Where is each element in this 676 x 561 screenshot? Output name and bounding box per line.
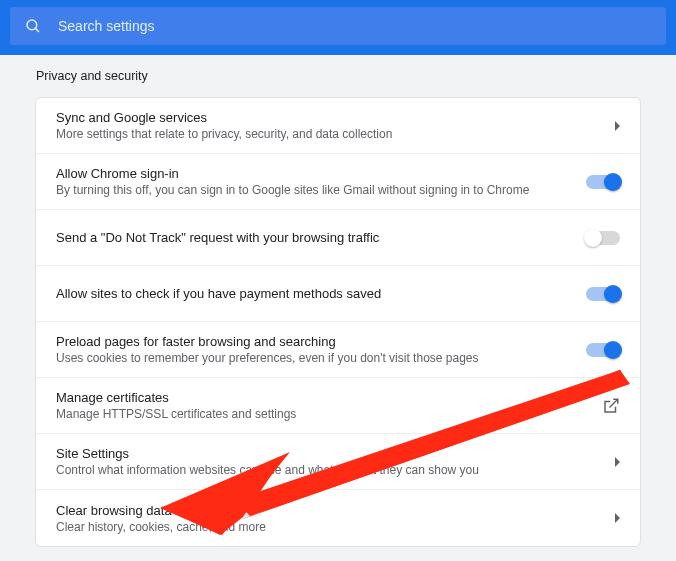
row-title: Site Settings (56, 446, 603, 461)
toggle-preload-pages[interactable] (586, 343, 620, 357)
row-preload-pages[interactable]: Preload pages for faster browsing and se… (36, 322, 640, 378)
row-title: Preload pages for faster browsing and se… (56, 334, 574, 349)
row-title: Allow sites to check if you have payment… (56, 286, 574, 301)
row-subtitle: More settings that relate to privacy, se… (56, 127, 603, 141)
row-title: Sync and Google services (56, 110, 603, 125)
section-title-privacy: Privacy and security (0, 55, 676, 97)
svg-line-1 (35, 28, 39, 32)
row-subtitle: Manage HTTPS/SSL certificates and settin… (56, 407, 590, 421)
toggle-chrome-signin[interactable] (586, 175, 620, 189)
search-input[interactable] (58, 18, 652, 34)
row-title: Send a "Do Not Track" request with your … (56, 230, 574, 245)
toggle-payment-methods[interactable] (586, 287, 620, 301)
external-link-icon (602, 397, 620, 415)
row-site-settings[interactable]: Site Settings Control what information w… (36, 434, 640, 490)
row-do-not-track[interactable]: Send a "Do Not Track" request with your … (36, 210, 640, 266)
chevron-right-icon (615, 457, 620, 467)
row-sync-google-services[interactable]: Sync and Google services More settings t… (36, 98, 640, 154)
row-payment-methods[interactable]: Allow sites to check if you have payment… (36, 266, 640, 322)
row-subtitle: Uses cookies to remember your preference… (56, 351, 574, 365)
chevron-right-icon (615, 121, 620, 131)
row-title: Allow Chrome sign-in (56, 166, 574, 181)
row-subtitle: Control what information websites can us… (56, 463, 603, 477)
search-icon (24, 17, 42, 35)
row-subtitle: By turning this off, you can sign in to … (56, 183, 574, 197)
row-manage-certificates[interactable]: Manage certificates Manage HTTPS/SSL cer… (36, 378, 640, 434)
search-bar[interactable] (10, 7, 666, 45)
toggle-do-not-track[interactable] (586, 231, 620, 245)
row-title: Manage certificates (56, 390, 590, 405)
chevron-right-icon (615, 513, 620, 523)
header (0, 0, 676, 55)
row-title: Clear browsing data (56, 503, 603, 518)
svg-point-0 (27, 20, 37, 30)
row-allow-chrome-signin[interactable]: Allow Chrome sign-in By turning this off… (36, 154, 640, 210)
settings-card: Sync and Google services More settings t… (35, 97, 641, 547)
row-subtitle: Clear history, cookies, cache, and more (56, 520, 603, 534)
row-clear-browsing-data[interactable]: Clear browsing data Clear history, cooki… (36, 490, 640, 546)
